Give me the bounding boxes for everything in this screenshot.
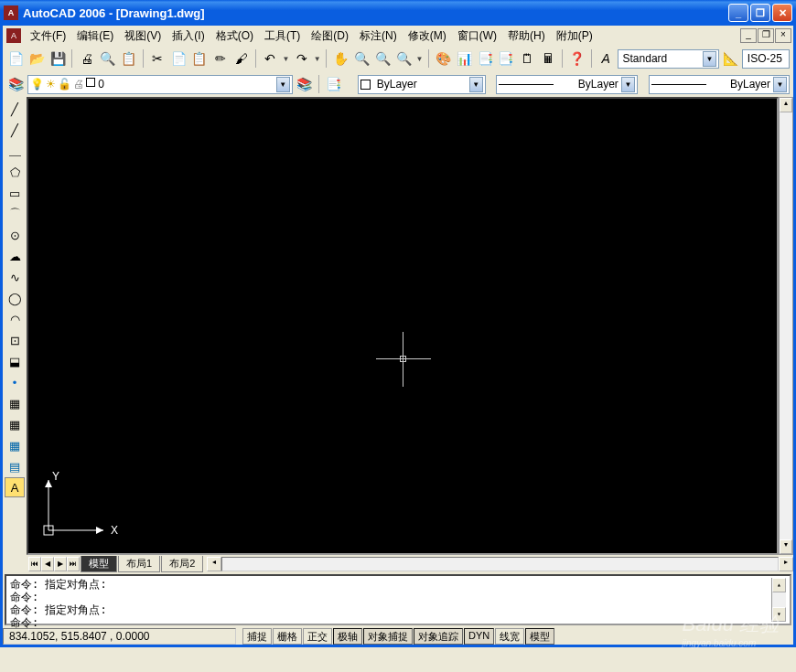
menu-tools[interactable]: 工具(T) [259, 27, 306, 46]
props-button[interactable]: 🎨 [434, 48, 453, 69]
publish-button[interactable]: 📋 [119, 48, 138, 69]
mdi-minimize-button[interactable]: _ [740, 28, 757, 43]
menu-modify[interactable]: 修改(M) [403, 27, 452, 46]
menu-view[interactable]: 视图(V) [119, 27, 167, 46]
calc-button[interactable]: 🖩 [538, 48, 557, 69]
toggle-osnap[interactable]: 对象捕捉 [363, 628, 413, 645]
line-tool[interactable]: ╱ [5, 99, 25, 119]
text-style-combo[interactable]: Standard ▼ [618, 49, 719, 69]
menu-format[interactable]: 格式(O) [210, 27, 259, 46]
help-button[interactable]: ❓ [567, 48, 586, 69]
region-tool[interactable]: ▦ [5, 435, 25, 455]
pan-button[interactable]: ✋ [331, 48, 350, 69]
text-style-button[interactable]: A [597, 48, 616, 69]
gradient-tool[interactable]: ▦ [5, 414, 25, 434]
dim-style-combo[interactable]: ISO-25 [742, 49, 790, 69]
rectangle-tool[interactable]: ▭ [5, 183, 25, 203]
tab-prev-button[interactable]: ◀ [41, 557, 54, 571]
scroll-track[interactable] [780, 112, 792, 539]
close-button[interactable]: ✕ [772, 4, 792, 22]
linetype-combo[interactable]: ByLayer ▼ [496, 75, 637, 94]
print-button[interactable]: 🖨 [77, 48, 96, 69]
menu-window[interactable]: 窗口(W) [452, 27, 502, 46]
scroll-track[interactable] [221, 557, 779, 571]
menu-edit[interactable]: 编辑(E) [71, 27, 119, 46]
arc-tool[interactable]: ⌒ [5, 204, 25, 224]
new-button[interactable]: 📄 [6, 48, 26, 69]
toggle-model[interactable]: 模型 [525, 628, 554, 645]
xline-tool[interactable]: ╱ [5, 120, 25, 140]
zoom-dropdown[interactable]: ▼ [415, 48, 424, 69]
mdi-restore-button[interactable]: ❐ [758, 28, 774, 43]
scroll-down-button[interactable]: ▾ [772, 607, 786, 622]
toggle-grid[interactable]: 栅格 [273, 628, 302, 645]
menu-extra[interactable]: 附加(P) [551, 27, 598, 46]
menu-dimension[interactable]: 标注(N) [354, 27, 403, 46]
tab-first-button[interactable]: ⏮ [28, 557, 41, 571]
menu-file[interactable]: 文件(F) [25, 27, 71, 46]
dc-button[interactable]: 📊 [455, 48, 474, 69]
scroll-left-button[interactable]: ◂ [207, 557, 221, 571]
mdi-close-button[interactable]: × [775, 28, 791, 43]
maximize-button[interactable]: ❐ [750, 4, 770, 22]
mtext-tool[interactable]: A [5, 477, 25, 497]
scroll-right-button[interactable]: ▸ [779, 557, 793, 571]
color-combo[interactable]: ByLayer ▼ [358, 75, 486, 94]
tp-button[interactable]: 📑 [476, 48, 495, 69]
preview-button[interactable]: 🔍 [98, 48, 117, 69]
hatch-tool[interactable]: ▦ [5, 393, 25, 413]
pline-tool[interactable]: ⸏ [5, 141, 25, 161]
insert-block-tool[interactable]: ⊡ [5, 330, 25, 350]
dim-style-button[interactable]: 📐 [721, 48, 740, 69]
ssm-button[interactable]: 📑 [497, 48, 516, 69]
minimize-button[interactable]: _ [728, 4, 748, 22]
paste-button[interactable]: 📋 [190, 48, 210, 69]
status-coords[interactable]: 834.1052, 515.8407 , 0.0000 [3, 628, 236, 645]
document-icon[interactable]: A [6, 28, 21, 43]
ellipse-arc-tool[interactable]: ◠ [5, 309, 25, 329]
circle-tool[interactable]: ⊙ [5, 225, 25, 245]
scroll-down-button[interactable]: ▾ [780, 539, 792, 554]
table-tool[interactable]: ▤ [5, 456, 25, 476]
polygon-tool[interactable]: ⬠ [5, 162, 25, 182]
command-scrollbar[interactable]: ▴ ▾ [771, 578, 786, 622]
toggle-snap[interactable]: 捕捉 [242, 628, 272, 645]
redo-button[interactable]: ↷ [292, 48, 311, 69]
copy-button[interactable]: 📄 [169, 48, 188, 69]
layer-prev-button[interactable]: 📚 [295, 74, 314, 94]
menu-draw[interactable]: 绘图(D) [306, 27, 354, 46]
cut-button[interactable]: ✂ [148, 48, 167, 69]
markup-button[interactable]: 🗒 [517, 48, 536, 69]
tab-next-button[interactable]: ▶ [54, 557, 67, 571]
zoom-realtime-button[interactable]: 🔍 [352, 48, 371, 69]
menu-insert[interactable]: 插入(I) [167, 27, 210, 46]
layer-combo[interactable]: 💡 ☀ 🔓 🖨 0 ▼ [27, 75, 292, 94]
make-block-tool[interactable]: ⬓ [5, 351, 25, 371]
revcloud-tool[interactable]: ☁ [5, 246, 25, 266]
tab-model[interactable]: 模型 [81, 556, 117, 572]
scroll-up-button[interactable]: ▴ [772, 578, 786, 592]
tab-layout1[interactable]: 布局1 [118, 556, 160, 572]
horizontal-scrollbar[interactable]: ◂ ▸ [207, 557, 793, 571]
tab-layout2[interactable]: 布局2 [161, 556, 203, 572]
command-line[interactable]: 命令: 指定对角点: 命令: 命令: 指定对角点: 命令: ▴ ▾ [5, 574, 791, 625]
redo-dropdown[interactable]: ▼ [313, 48, 321, 69]
zoom-prev-button[interactable]: 🔍 [394, 48, 414, 69]
menu-help[interactable]: 帮助(H) [502, 27, 551, 46]
scroll-up-button[interactable]: ▴ [780, 98, 792, 112]
toggle-otrack[interactable]: 对象追踪 [414, 628, 463, 645]
toggle-dyn[interactable]: DYN [464, 628, 494, 645]
undo-dropdown[interactable]: ▼ [282, 48, 290, 69]
spline-tool[interactable]: ∿ [5, 267, 25, 287]
lineweight-combo[interactable]: ByLayer ▼ [649, 75, 790, 94]
drawing-canvas[interactable]: X Y [27, 97, 779, 555]
layer-manager-button[interactable]: 📚 [6, 74, 26, 94]
toggle-ortho[interactable]: 正交 [303, 628, 332, 645]
zoom-window-button[interactable]: 🔍 [373, 48, 393, 69]
brush-button[interactable]: 🖌 [231, 48, 251, 69]
save-button[interactable]: 💾 [48, 48, 68, 69]
match-button[interactable]: ✏ [210, 48, 230, 69]
open-button[interactable]: 📂 [27, 48, 47, 69]
toggle-lwt[interactable]: 线宽 [495, 628, 524, 645]
tab-last-button[interactable]: ⏭ [67, 557, 80, 571]
